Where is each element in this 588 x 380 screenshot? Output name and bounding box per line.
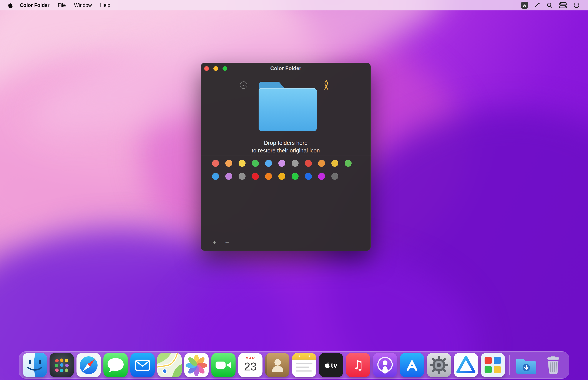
palette-dot-28c940[interactable]: [292, 173, 298, 180]
palette-dot-be7fd9[interactable]: [225, 173, 232, 180]
desktop: Color Folder File Window Help A: [0, 0, 588, 380]
palette-dot-efaf1b[interactable]: [278, 173, 285, 180]
finder-icon: [23, 353, 47, 377]
menu-bar: Color Folder File Window Help A: [0, 0, 588, 10]
safari-icon: [77, 353, 101, 377]
palette-dot-e8953c[interactable]: [318, 160, 325, 167]
app-store-icon: [400, 353, 424, 377]
dock-item-safari[interactable]: [77, 353, 101, 377]
app-menu-title[interactable]: Color Folder: [16, 0, 54, 10]
dock-item-podcasts[interactable]: [373, 353, 397, 377]
maps-icon: [157, 353, 182, 377]
apple-tv-apple-icon: [325, 362, 330, 368]
ribbon-glyph: [322, 80, 330, 90]
menu-window[interactable]: Window: [70, 0, 96, 10]
drop-text-line1: Drop folders here: [201, 139, 371, 147]
dock-item-maps[interactable]: [157, 353, 182, 377]
menu-help[interactable]: Help: [96, 0, 115, 10]
apple-tv-label: tv: [331, 361, 337, 369]
notes-header: [292, 353, 316, 360]
notes-lines: [292, 363, 316, 372]
circular-status-icon[interactable]: [570, 0, 583, 10]
dock-item-graphic-tool[interactable]: [454, 353, 478, 377]
dock-item-notes[interactable]: [292, 353, 316, 377]
dock-item-photos[interactable]: [184, 353, 209, 377]
wand-glyph: [534, 2, 540, 8]
drop-instructions: Drop folders here to restore their origi…: [201, 139, 371, 154]
palette-dot-f5d24b[interactable]: [239, 160, 246, 167]
input-source-label: A: [523, 3, 526, 8]
palette-dot-54abf0[interactable]: [265, 160, 272, 167]
search-icon[interactable]: [543, 0, 556, 10]
dock-item-contacts[interactable]: [265, 353, 290, 377]
remove-color-button[interactable]: −: [223, 238, 231, 247]
palette-dot-1f6be8[interactable]: [305, 173, 312, 180]
dock-item-messages[interactable]: [103, 353, 128, 377]
photos-icon: [184, 353, 209, 377]
calendar-day: 23: [244, 361, 257, 372]
color-folder-window: Color Folder Drop folders here to restor…: [201, 63, 371, 251]
palette-dot-ee7e1c[interactable]: [265, 173, 272, 180]
input-source-icon[interactable]: A: [521, 2, 528, 9]
palette-dot-9b9b9b[interactable]: [292, 160, 298, 167]
control-center-glyph: [559, 2, 567, 8]
dock-item-facetime[interactable]: [211, 353, 235, 377]
launchpad-icon: [50, 353, 74, 377]
messages-icon: [103, 353, 128, 377]
calendar-month: MAR: [246, 356, 255, 361]
folder-body: [259, 88, 317, 131]
palette-dot-c32be0[interactable]: [318, 173, 325, 180]
dock-item-launchpad[interactable]: [50, 353, 74, 377]
palette-dot-e62129[interactable]: [252, 173, 259, 180]
add-color-button[interactable]: +: [210, 238, 219, 247]
dock-item-system-preferences[interactable]: [427, 353, 451, 377]
dock-item-calendar[interactable]: MAR 23: [238, 353, 262, 377]
system-preferences-icon: [427, 353, 451, 377]
dock-item-tv[interactable]: tv: [319, 353, 343, 377]
menu-file[interactable]: File: [54, 0, 70, 10]
drop-text-line2: to restore their original icon: [201, 147, 371, 154]
apple-menu[interactable]: [5, 0, 16, 10]
control-center-icon[interactable]: [556, 0, 570, 10]
palette-dot-e9be3a[interactable]: [331, 160, 338, 167]
dock-item-mail[interactable]: [130, 353, 155, 377]
dock-item-music[interactable]: ♫: [346, 353, 370, 377]
palette-row-2: [212, 173, 338, 180]
close-button[interactable]: [204, 66, 209, 71]
palette-dot-ed6a5f[interactable]: [212, 160, 219, 167]
palette-dot-5fbf57[interactable]: [345, 160, 352, 167]
wand-icon[interactable]: [531, 0, 543, 10]
music-note-icon: ♫: [353, 358, 364, 372]
color-folder-app-icon: [481, 353, 505, 377]
palette-dot-6f6f6f[interactable]: [331, 173, 338, 180]
facetime-icon: [211, 353, 235, 377]
dock: MAR 23 tv ♫: [19, 351, 569, 379]
dock-item-trash[interactable]: [541, 353, 565, 377]
palette-dot-ce8fe8[interactable]: [278, 160, 285, 167]
dock-item-finder[interactable]: [23, 353, 47, 377]
window-titlebar[interactable]: Color Folder: [201, 63, 371, 74]
dock-item-color-folder-app[interactable]: [481, 353, 505, 377]
mail-icon: [130, 353, 155, 377]
minimize-button[interactable]: [213, 66, 218, 71]
palette-dot-3e9fe8[interactable]: [212, 173, 219, 180]
palette-dot-e14a41[interactable]: [305, 160, 312, 167]
blue-folder-icon[interactable]: [259, 82, 317, 131]
search-glyph: [546, 2, 553, 8]
divider: [201, 156, 371, 156]
trash-icon: [541, 353, 565, 377]
palette-dot-8f8f8f[interactable]: [239, 173, 246, 180]
palette-dot-47c156[interactable]: [252, 160, 259, 167]
apple-icon: [8, 3, 13, 8]
zoom-button[interactable]: [222, 66, 227, 71]
dock-item-app-store[interactable]: [400, 353, 424, 377]
downloads-folder-icon: [514, 353, 538, 377]
podcasts-icon: [373, 353, 397, 377]
more-options-button[interactable]: [240, 81, 247, 89]
palette-dot-f5a352[interactable]: [225, 160, 232, 167]
contacts-icon: [265, 353, 290, 377]
ribbon-icon[interactable]: [322, 80, 330, 91]
dock-item-downloads[interactable]: [514, 353, 538, 377]
triangle-app-icon: [454, 353, 478, 377]
window-actions: + −: [210, 238, 231, 247]
